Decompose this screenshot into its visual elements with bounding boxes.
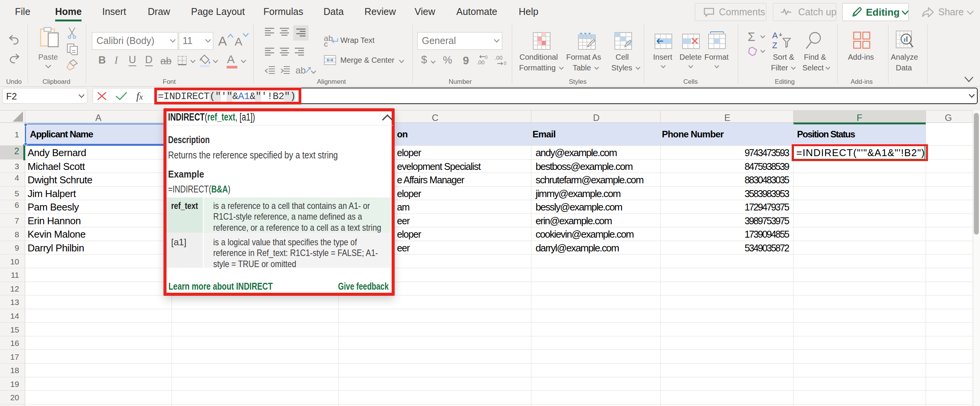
svg-text:.00: .00 xyxy=(495,54,503,61)
svg-text:.00: .00 xyxy=(477,59,485,65)
svg-text:0: 0 xyxy=(504,61,506,66)
svg-text:A: A xyxy=(772,31,778,40)
svg-text:0: 0 xyxy=(485,55,488,60)
svg-text:Z: Z xyxy=(772,41,777,50)
